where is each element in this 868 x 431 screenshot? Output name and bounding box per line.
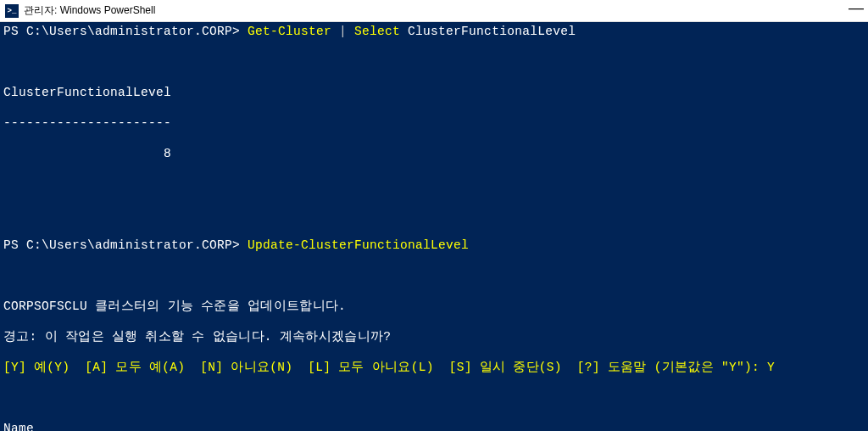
result-header: Name: [3, 421, 865, 431]
output-sep-1: ----------------------: [3, 115, 865, 131]
blank-line: [3, 207, 865, 222]
update-warning: 경고: 이 작업은 실행 취소할 수 없습니다. 계속하시겠습니까?: [3, 329, 865, 344]
powershell-icon: >_: [5, 4, 19, 18]
blank-line: [3, 54, 865, 70]
output-value-1: 8: [3, 146, 865, 161]
blank-line: [3, 268, 865, 283]
prompt-choices-line: [Y] 예(Y) [A] 모두 예(A) [N] 아니요(N) [L] 모두 아…: [3, 360, 865, 375]
cmd-get-cluster-1: Get-Cluster: [248, 25, 331, 38]
window-titlebar: >_ 관리자: Windows PowerShell —: [0, 0, 868, 22]
user-input-y: Y: [760, 361, 775, 374]
minimize-button[interactable]: —: [848, 2, 865, 14]
cmd-update-cluster: Update-ClusterFunctionalLevel: [248, 238, 469, 252]
blank-line: [3, 176, 865, 192]
update-msg-1: CORPSOFSCLU 클러스터의 기능 수준을 업데이트합니다.: [3, 299, 865, 314]
cmd-select-1: Select: [354, 25, 400, 38]
output-header-1: ClusterFunctionalLevel: [3, 85, 865, 100]
powershell-icon-glyph: >_: [8, 7, 17, 15]
terminal-area[interactable]: PS C:\Users\administrator.CORP> Get-Clus…: [0, 22, 868, 431]
cmd-arg-1: ClusterFunctionalLevel: [400, 25, 576, 38]
choice-options: [Y] 예(Y) [A] 모두 예(A) [N] 아니요(N) [L] 모두 아…: [3, 361, 760, 374]
prompt-1: PS C:\Users\administrator.CORP>: [3, 25, 240, 38]
window-title: 관리자: Windows PowerShell: [24, 3, 155, 18]
prompt-2: PS C:\Users\administrator.CORP>: [3, 238, 240, 252]
blank-line: [3, 390, 865, 406]
command-line-1: PS C:\Users\administrator.CORP> Get-Clus…: [3, 24, 865, 39]
command-line-2: PS C:\Users\administrator.CORP> Update-C…: [3, 238, 865, 253]
pipe-1: |: [331, 25, 354, 38]
